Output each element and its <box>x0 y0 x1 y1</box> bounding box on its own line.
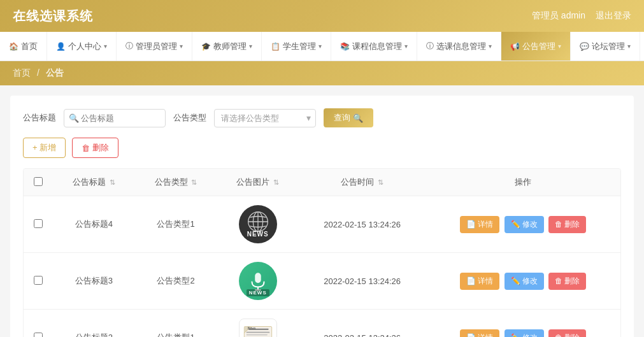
row2-checkbox[interactable] <box>34 276 43 285</box>
th-type: 公告类型 ⇅ <box>135 169 217 196</box>
row1-image: NEWS <box>217 196 299 253</box>
edit-icon-3: ✏️ <box>511 333 520 337</box>
row1-time: 2022-02-15 13:24:26 <box>299 196 426 253</box>
nav-item-forum[interactable]: 💬 论坛管理 ▾ <box>571 32 640 61</box>
news-image-dark-globe: NEWS <box>239 205 277 243</box>
search-icon-btn: 🔍 <box>353 113 363 123</box>
row1-delete-button[interactable]: 🗑 删除 <box>548 216 586 233</box>
chevron-down-icon-2: ▾ <box>180 43 183 50</box>
breadcrumb: 首页 / 公告 <box>0 61 644 85</box>
nav-item-student[interactable]: 📋 学生管理 ▾ <box>262 32 331 61</box>
th-image: 公告图片 ⇅ <box>217 169 299 196</box>
nav-label-student: 学生管理 <box>283 41 316 52</box>
nav-label-admin: 管理员管理 <box>136 41 177 52</box>
select-all-checkbox[interactable] <box>34 177 43 186</box>
nav-item-personal[interactable]: 👤 个人中心 ▾ <box>47 32 117 61</box>
add-button[interactable]: + 新增 <box>23 138 66 158</box>
search-title-input[interactable] <box>64 109 166 127</box>
sort-icon-title: ⇅ <box>110 178 115 186</box>
edit-icon-2: ✏️ <box>511 276 520 285</box>
header: 在线选课系统 管理员 admin 退出登录 <box>0 0 644 32</box>
row3-detail-button[interactable]: 📄 详情 <box>460 329 499 338</box>
row2-checkbox-cell <box>24 253 53 310</box>
sort-icon-image: ⇅ <box>273 178 279 186</box>
nav-label-teacher: 教师管理 <box>213 41 247 52</box>
nav-item-selection[interactable]: ⓘ 选课信息管理 ▾ <box>417 32 501 61</box>
chevron-down-icon: ▾ <box>104 43 107 50</box>
row3-edit-button[interactable]: ✏️ 修改 <box>504 329 544 338</box>
search-title-label: 公告标题 <box>23 112 56 124</box>
row1-edit-button[interactable]: ✏️ 修改 <box>504 216 544 233</box>
row3-delete-button[interactable]: 🗑 删除 <box>548 329 586 338</box>
student-icon: 📋 <box>271 42 280 51</box>
table-row: 公告标题4 公告类型1 <box>24 196 620 253</box>
row3-image: News <box>217 310 299 338</box>
search-bar: 公告标题 🔍 公告类型 请选择公告类型 公告类型1 公告类型2 查询 🔍 <box>23 108 621 127</box>
chevron-down-icon-6: ▾ <box>489 43 492 50</box>
th-time: 公告时间 ⇅ <box>299 169 426 196</box>
chevron-down-icon-4: ▾ <box>318 43 322 50</box>
search-type-select[interactable]: 请选择公告类型 公告类型1 公告类型2 <box>214 109 316 127</box>
admin-icon: ⓘ <box>125 41 133 52</box>
sort-icon-time: ⇅ <box>378 178 383 186</box>
nav-label-forum: 论坛管理 <box>592 41 625 52</box>
chevron-down-icon-7: ▾ <box>558 43 561 50</box>
chevron-down-icon-5: ▾ <box>404 43 408 50</box>
table-row: 公告标题2 公告类型1 <box>24 310 620 338</box>
logout-link[interactable]: 退出登录 <box>596 10 631 22</box>
chevron-down-icon-8: ▾ <box>627 43 631 50</box>
action-bar: + 新增 🗑 删除 <box>23 138 621 158</box>
announcement-icon: 📢 <box>510 42 520 51</box>
row3-checkbox[interactable] <box>34 333 43 338</box>
row2-image: NEWS <box>217 253 299 310</box>
row2-time: 2022-02-15 13:24:26 <box>299 253 426 310</box>
delete-icon-row-3: 🗑 <box>555 333 562 337</box>
main-content: 公告标题 🔍 公告类型 请选择公告类型 公告类型1 公告类型2 查询 🔍 + 新… <box>10 96 634 337</box>
svg-text:News: News <box>247 327 256 331</box>
home-icon: 🏠 <box>9 42 18 51</box>
th-checkbox <box>24 169 53 196</box>
nav-item-course[interactable]: 📚 课程信息管理 ▾ <box>331 32 417 61</box>
nav-item-admin[interactable]: ⓘ 管理员管理 ▾ <box>117 32 192 61</box>
row1-detail-button[interactable]: 📄 详情 <box>460 216 499 233</box>
breadcrumb-current: 公告 <box>46 68 64 78</box>
nav-item-home[interactable]: 🏠 首页 <box>0 32 47 61</box>
detail-icon-3: 📄 <box>466 333 476 337</box>
course-icon: 📚 <box>340 42 350 51</box>
chevron-down-icon-3: ▾ <box>249 43 252 50</box>
search-type-select-wrap: 请选择公告类型 公告类型1 公告类型2 <box>214 109 316 127</box>
delete-icon: 🗑 <box>82 143 90 153</box>
nav-label-home: 首页 <box>21 41 38 52</box>
query-button[interactable]: 查询 🔍 <box>324 108 373 127</box>
nav-item-announcement[interactable]: 📢 公告管理 ▾ <box>501 32 571 61</box>
delete-icon-row-2: 🗑 <box>555 276 562 285</box>
breadcrumb-home: 首页 <box>13 68 31 78</box>
svg-rect-12 <box>246 334 267 335</box>
row1-type: 公告类型1 <box>135 196 217 253</box>
row3-checkbox-cell <box>24 310 53 338</box>
row1-title: 公告标题4 <box>53 196 135 253</box>
nav-label-announcement: 公告管理 <box>522 41 555 52</box>
th-ops: 操作 <box>426 169 620 196</box>
announcements-table-wrap: 公告标题 ⇅ 公告类型 ⇅ 公告图片 ⇅ 公告时间 ⇅ <box>23 168 621 337</box>
detail-icon-2: 📄 <box>466 276 476 285</box>
nav-item-teacher[interactable]: 🎓 教师管理 ▾ <box>192 32 262 61</box>
nav-label-personal: 个人中心 <box>68 41 101 52</box>
delete-label: 删除 <box>92 142 109 154</box>
svg-rect-11 <box>246 332 269 333</box>
search-type-label: 公告类型 <box>173 112 206 124</box>
globe-svg <box>247 211 269 233</box>
svg-rect-4 <box>255 273 261 283</box>
row1-checkbox[interactable] <box>34 219 43 228</box>
newspaper-svg: News <box>242 324 274 337</box>
nav-label-selection: 选课信息管理 <box>436 41 486 52</box>
row2-delete-button[interactable]: 🗑 删除 <box>548 273 586 290</box>
main-nav: 🏠 首页 👤 个人中心 ▾ ⓘ 管理员管理 ▾ 🎓 教师管理 ▾ 📋 学生管理 … <box>0 32 644 61</box>
header-user-area: 管理员 admin 退出登录 <box>532 10 631 22</box>
row3-title: 公告标题2 <box>53 310 135 338</box>
table-header-row: 公告标题 ⇅ 公告类型 ⇅ 公告图片 ⇅ 公告时间 ⇅ <box>24 169 620 196</box>
row2-edit-button[interactable]: ✏️ 修改 <box>504 273 544 290</box>
batch-delete-button[interactable]: 🗑 删除 <box>72 138 118 158</box>
row2-detail-button[interactable]: 📄 详情 <box>460 273 499 290</box>
announcements-table: 公告标题 ⇅ 公告类型 ⇅ 公告图片 ⇅ 公告时间 ⇅ <box>24 169 620 337</box>
